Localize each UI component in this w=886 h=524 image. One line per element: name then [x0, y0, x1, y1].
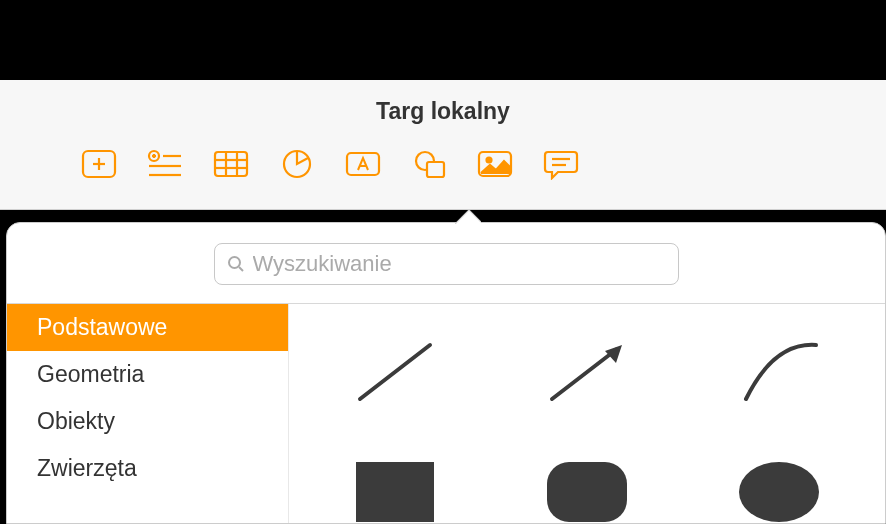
sidebar-item-label: Zwierzęta	[37, 455, 137, 481]
categories-sidebar: Podstawowe Geometria Obiekty Zwierzęta	[7, 304, 289, 523]
add-box-button[interactable]	[80, 147, 118, 181]
rounded-square-shape[interactable]	[532, 452, 642, 524]
search-icon	[227, 255, 245, 273]
chart-button[interactable]	[278, 147, 316, 181]
arrow-icon	[542, 337, 632, 407]
image-button[interactable]	[476, 147, 514, 181]
page-title: Targ lokalny	[0, 80, 886, 125]
header: Targ lokalny	[0, 80, 886, 210]
comment-button[interactable]	[542, 147, 580, 181]
text-box-icon	[344, 148, 382, 180]
search-input[interactable]	[253, 251, 666, 277]
svg-rect-17	[427, 162, 444, 177]
curve-shape[interactable]	[724, 332, 834, 412]
svg-line-24	[360, 345, 430, 399]
curve-icon	[734, 337, 824, 407]
popover-body: Podstawowe Geometria Obiekty Zwierzęta	[7, 303, 885, 523]
search-container	[7, 223, 885, 303]
circle-icon	[739, 462, 819, 522]
table-button[interactable]	[212, 147, 250, 181]
svg-rect-9	[215, 152, 247, 176]
search-box[interactable]	[214, 243, 679, 285]
sidebar-item-geometry[interactable]: Geometria	[7, 351, 288, 398]
add-box-icon	[80, 148, 118, 180]
line-shape[interactable]	[340, 332, 450, 412]
image-icon	[476, 148, 514, 180]
top-black-bar	[0, 0, 886, 80]
square-shape[interactable]	[340, 452, 450, 524]
sidebar-item-animals[interactable]: Zwierzęta	[7, 445, 288, 492]
arrow-shape[interactable]	[532, 332, 642, 412]
sidebar-item-basic[interactable]: Podstawowe	[7, 304, 288, 351]
popover-arrow	[455, 210, 481, 224]
sidebar-item-label: Podstawowe	[37, 314, 167, 340]
svg-line-25	[552, 349, 617, 399]
sidebar-item-objects[interactable]: Obiekty	[7, 398, 288, 445]
line-icon	[350, 337, 440, 407]
add-list-icon	[146, 148, 184, 180]
chart-icon	[278, 148, 316, 180]
square-icon	[356, 462, 434, 522]
callout-pointer-line	[786, 0, 788, 80]
shapes-icon	[410, 148, 448, 180]
rounded-square-icon	[547, 462, 627, 522]
toolbar	[0, 125, 886, 181]
sidebar-item-label: Obiekty	[37, 408, 115, 434]
shapes-button[interactable]	[410, 147, 448, 181]
table-icon	[212, 148, 250, 180]
shapes-grid	[289, 304, 885, 523]
circle-shape[interactable]	[724, 452, 834, 524]
shapes-popover: Podstawowe Geometria Obiekty Zwierzęta	[6, 222, 886, 524]
add-list-button[interactable]	[146, 147, 184, 181]
svg-line-23	[239, 267, 243, 271]
sidebar-item-label: Geometria	[37, 361, 144, 387]
svg-point-22	[229, 257, 240, 268]
comment-icon	[542, 148, 580, 180]
svg-point-19	[487, 158, 492, 163]
text-box-button[interactable]	[344, 147, 382, 181]
